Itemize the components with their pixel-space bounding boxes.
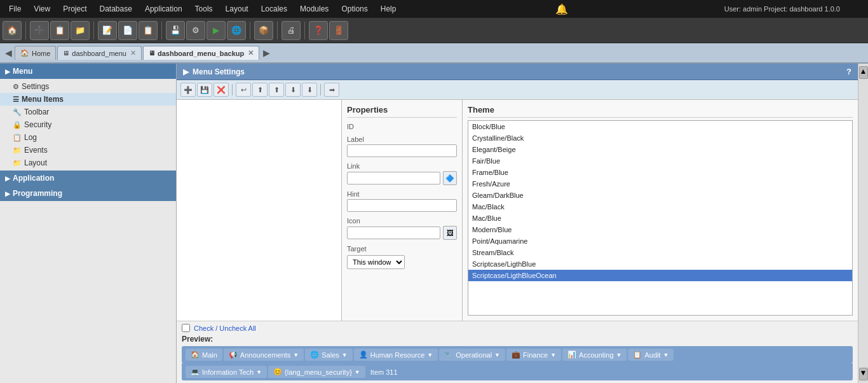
preview-security[interactable]: 😊 {lang_menu_security} ▼ xyxy=(268,366,365,378)
tab-prev-button[interactable]: ◀ xyxy=(3,48,15,58)
layout-label: Layout xyxy=(24,158,47,167)
theme-item-12[interactable]: Scriptcase/LigthBlue xyxy=(468,258,852,270)
sidebar-app-section[interactable]: ▶ Application xyxy=(0,171,176,186)
preview-hr-arrow: ▼ xyxy=(427,352,433,358)
menu-modules[interactable]: Modules xyxy=(294,2,335,16)
prop-hint-input[interactable] xyxy=(347,199,457,212)
exit-button[interactable]: 🚪 xyxy=(329,21,348,40)
st-up-button[interactable]: ⬆ xyxy=(252,83,268,97)
theme-item-5[interactable]: Fresh/Azure xyxy=(468,178,852,190)
menu-section-label: Menu xyxy=(13,67,32,76)
sidebar-item-toolbar[interactable]: 🔧 Toolbar xyxy=(0,106,176,118)
sidebar-tree: ⚙ Settings ☰ Menu Items 🔧 Toolbar 🔒 Secu… xyxy=(0,79,176,171)
theme-item-1[interactable]: Crystalline/Black xyxy=(468,132,852,144)
sidebar-item-layout[interactable]: 📁 Layout xyxy=(0,157,176,169)
theme-list[interactable]: Block/Blue Crystalline/Black Elegant/Bei… xyxy=(468,120,853,316)
sidebar-item-log[interactable]: 📋 Log xyxy=(0,131,176,144)
tab1-close-button[interactable]: ✕ xyxy=(130,49,136,57)
tab-dashboard-menu-backup[interactable]: 🖥 dashboard_menu_backup ✕ xyxy=(143,46,259,60)
st-down-button[interactable]: ⬇ xyxy=(285,83,301,97)
menu-project[interactable]: Project xyxy=(57,2,93,16)
tab-home[interactable]: 🏠 Home xyxy=(15,46,56,60)
theme-item-3[interactable]: Fair/Blue xyxy=(468,155,852,167)
st-delete-button[interactable]: ❌ xyxy=(214,83,229,97)
theme-item-7[interactable]: Mac/Black xyxy=(468,201,852,212)
theme-item-13[interactable]: Scriptcase/LigthBlueOcean xyxy=(468,270,852,281)
run-button[interactable]: ▶ xyxy=(207,21,226,40)
st-up2-button[interactable]: ⬆ xyxy=(269,83,284,97)
package-button[interactable]: 📦 xyxy=(254,21,273,40)
sidebar-item-security[interactable]: 🔒 Security xyxy=(0,118,176,131)
globe-button[interactable]: 🌐 xyxy=(227,21,246,40)
menu-application[interactable]: Application xyxy=(139,2,189,16)
prop-icon-browse-button[interactable]: 🖼 xyxy=(443,226,457,240)
theme-item-11[interactable]: Stream/Black xyxy=(468,247,852,258)
help-question-button[interactable]: ? xyxy=(846,67,851,76)
sidebar-item-events[interactable]: 📁 Events xyxy=(0,144,176,157)
scroll-down-button[interactable]: ▼ xyxy=(859,368,868,380)
tree-panel[interactable] xyxy=(177,100,342,321)
preview-finance[interactable]: 💼 Finance ▼ xyxy=(506,349,561,361)
tab-next-button[interactable]: ▶ xyxy=(261,48,273,58)
theme-item-9[interactable]: Modern/Blue xyxy=(468,224,852,235)
theme-item-8[interactable]: Mac/Blue xyxy=(468,212,852,224)
sidebar-item-menuitems[interactable]: ☰ Menu Items xyxy=(0,93,176,106)
save-button[interactable]: 💾 xyxy=(166,21,185,40)
preview-operational-label: Operational xyxy=(456,351,492,359)
settings-button[interactable]: ⚙ xyxy=(186,21,205,40)
notification-bell-icon[interactable]: 🔔 xyxy=(555,3,572,15)
prop-icon-input[interactable] xyxy=(347,226,440,239)
home-button[interactable]: 🏠 xyxy=(3,21,22,40)
new-button[interactable]: ➕ xyxy=(30,21,49,40)
menu-file[interactable]: File xyxy=(3,2,27,16)
preview-accounting[interactable]: 📊 Accounting ▼ xyxy=(562,349,627,361)
preview-sales[interactable]: 🌐 Sales ▼ xyxy=(305,349,352,361)
check-all-checkbox[interactable] xyxy=(182,324,190,332)
sidebar-menu-section[interactable]: ▶ Menu xyxy=(0,64,176,79)
theme-item-0[interactable]: Block/Blue xyxy=(468,121,852,132)
check-uncheck-all-link[interactable]: Check / Uncheck All xyxy=(194,324,256,332)
menu-locales[interactable]: Locales xyxy=(255,2,294,16)
menu-options[interactable]: Options xyxy=(335,2,374,16)
prop-icon-label: Icon xyxy=(347,217,457,225)
menu-help[interactable]: Help xyxy=(374,2,403,16)
st-right-button[interactable]: ➡ xyxy=(324,83,339,97)
log-label: Log xyxy=(24,133,37,142)
theme-item-4[interactable]: Frame/Blue xyxy=(468,167,852,178)
preview-operational[interactable]: 🔧 Operational ▼ xyxy=(439,349,505,361)
copy-button[interactable]: 📋 xyxy=(50,21,69,40)
preview-audit[interactable]: 📋 Audit ▼ xyxy=(628,349,674,361)
menu-layout[interactable]: Layout xyxy=(219,2,255,16)
preview-announcements[interactable]: 📢 Announcements ▼ xyxy=(224,349,304,361)
preview-main[interactable]: 🏠 Main xyxy=(186,349,222,361)
prop-label-input[interactable] xyxy=(347,144,457,157)
menu-database[interactable]: Database xyxy=(93,2,139,16)
preview-hr[interactable]: 👤 Human Resource ▼ xyxy=(354,349,438,361)
theme-item-2[interactable]: Elegant/Beige xyxy=(468,144,852,155)
theme-item-6[interactable]: Gleam/DarkBlue xyxy=(468,190,852,201)
open-button[interactable]: 📁 xyxy=(71,21,90,40)
menu-tools[interactable]: Tools xyxy=(189,2,219,16)
st-back-button[interactable]: ↩ xyxy=(236,83,251,97)
sidebar-item-settings[interactable]: ⚙ Settings xyxy=(0,80,176,93)
edit-button[interactable]: 📝 xyxy=(98,21,117,40)
st-down2-button[interactable]: ⬇ xyxy=(302,83,317,97)
sidebar-prog-section[interactable]: ▶ Programming xyxy=(0,186,176,201)
edit2-button[interactable]: 📄 xyxy=(118,21,137,40)
preview-audit-icon: 📋 xyxy=(633,351,642,359)
prop-link-icon-button[interactable]: 🔷 xyxy=(443,171,457,185)
target-select[interactable]: This window xyxy=(347,255,405,269)
theme-item-10[interactable]: Point/Aquamarine xyxy=(468,235,852,247)
print-button[interactable]: 🖨 xyxy=(281,21,301,40)
st-add-button[interactable]: ➕ xyxy=(180,83,196,97)
list-button[interactable]: 📋 xyxy=(139,21,158,40)
tab-dashboard-menu[interactable]: 🖥 dashboard_menu ✕ xyxy=(57,46,142,60)
scroll-track[interactable]: ▲ ▼ xyxy=(858,64,868,383)
prop-link-input[interactable] xyxy=(347,172,440,185)
help-button[interactable]: ❓ xyxy=(309,21,328,40)
menu-view[interactable]: View xyxy=(27,2,57,16)
st-save-button[interactable]: 💾 xyxy=(197,83,212,97)
preview-infotech[interactable]: 💻 Information Tech ▼ xyxy=(186,366,267,378)
tab2-close-button[interactable]: ✕ xyxy=(248,49,254,57)
scroll-up-button[interactable]: ▲ xyxy=(859,66,868,79)
